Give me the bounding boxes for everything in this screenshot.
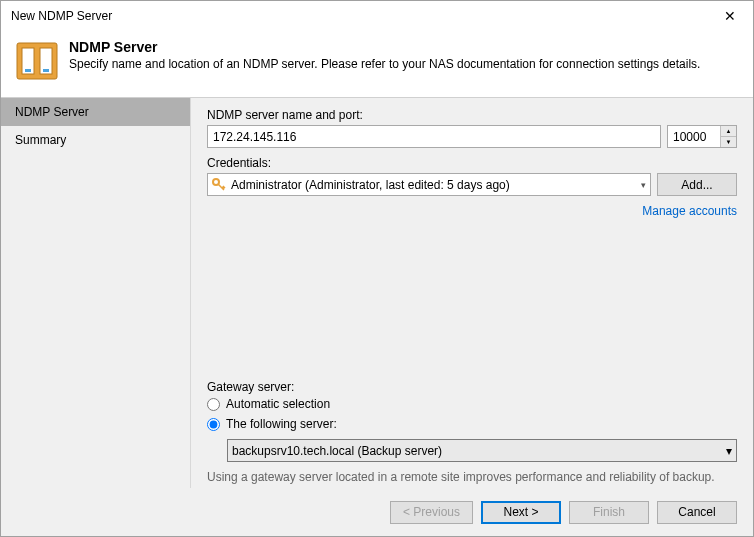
window-title: New NDMP Server — [11, 9, 112, 23]
spinner-up-icon[interactable]: ▲ — [721, 126, 736, 137]
port-spinner[interactable]: ▲ ▼ — [667, 125, 737, 148]
next-button[interactable]: Next > — [481, 501, 561, 524]
main-panel: NDMP server name and port: ▲ ▼ Credentia… — [191, 98, 753, 488]
header: NDMP Server Specify name and location of… — [1, 31, 753, 98]
manage-accounts-link[interactable]: Manage accounts — [207, 204, 737, 218]
svg-rect-4 — [43, 69, 49, 72]
gateway-following-radio[interactable] — [207, 418, 220, 431]
gateway-auto-label[interactable]: Automatic selection — [226, 397, 330, 411]
credentials-value: Administrator (Administrator, last edite… — [231, 178, 641, 192]
footer: < Previous Next > Finish Cancel — [1, 488, 753, 536]
sidebar-item-summary[interactable]: Summary — [1, 126, 190, 154]
credentials-select[interactable]: Administrator (Administrator, last edite… — [207, 173, 651, 196]
cancel-button[interactable]: Cancel — [657, 501, 737, 524]
gateway-hint: Using a gateway server located in a remo… — [207, 470, 737, 484]
sidebar-item-label: NDMP Server — [15, 105, 89, 119]
gateway-server-select[interactable]: backupsrv10.tech.local (Backup server) ▾ — [227, 439, 737, 462]
svg-rect-3 — [25, 69, 31, 72]
header-title: NDMP Server — [69, 39, 700, 55]
header-subtitle: Specify name and location of an NDMP ser… — [69, 57, 700, 71]
port-input[interactable] — [668, 126, 720, 147]
gateway-auto-radio[interactable] — [207, 398, 220, 411]
header-text: NDMP Server Specify name and location of… — [69, 39, 700, 83]
add-credentials-button[interactable]: Add... — [657, 173, 737, 196]
spinner-down-icon[interactable]: ▼ — [721, 137, 736, 147]
previous-button: < Previous — [390, 501, 473, 524]
server-name-input[interactable] — [207, 125, 661, 148]
dialog-window: New NDMP Server ✕ NDMP Server Specify na… — [0, 0, 754, 537]
credentials-label: Credentials: — [207, 156, 737, 170]
sidebar: NDMP Server Summary — [1, 98, 191, 488]
titlebar: New NDMP Server ✕ — [1, 1, 753, 31]
key-icon — [212, 178, 226, 192]
gateway-server-value: backupsrv10.tech.local (Backup server) — [232, 444, 726, 458]
server-name-label: NDMP server name and port: — [207, 108, 737, 122]
close-icon[interactable]: ✕ — [715, 8, 745, 24]
chevron-down-icon: ▾ — [726, 444, 732, 458]
finish-button: Finish — [569, 501, 649, 524]
body: NDMP Server Summary NDMP server name and… — [1, 98, 753, 488]
gateway-following-label[interactable]: The following server: — [226, 417, 337, 431]
chevron-down-icon: ▾ — [641, 180, 646, 190]
sidebar-item-ndmp-server[interactable]: NDMP Server — [1, 98, 190, 126]
ndmp-server-icon — [15, 39, 59, 83]
sidebar-item-label: Summary — [15, 133, 66, 147]
gateway-label: Gateway server: — [207, 380, 737, 394]
